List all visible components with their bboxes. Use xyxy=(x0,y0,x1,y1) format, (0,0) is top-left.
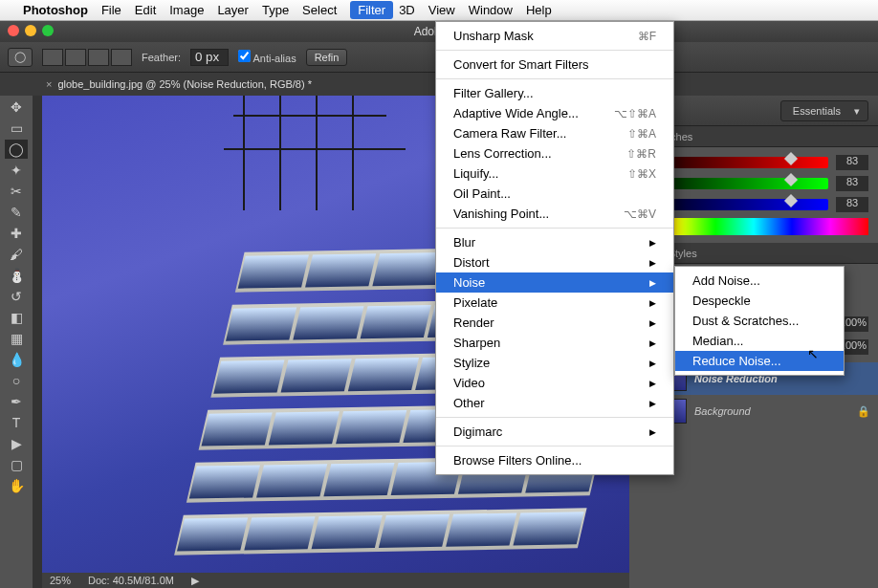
mouse-cursor-icon: ↖ xyxy=(807,346,819,361)
menu-item-digimarc[interactable]: Digimarc xyxy=(436,422,673,442)
zoom-level[interactable]: 25% xyxy=(50,575,71,586)
lock-icon[interactable]: 🔒 xyxy=(857,405,870,418)
selection-new-icon[interactable] xyxy=(42,49,63,66)
brush-tool-icon[interactable]: 🖌 xyxy=(5,245,28,264)
menu-item-render[interactable]: Render xyxy=(436,313,673,333)
path-selection-tool-icon[interactable]: ▶ xyxy=(5,434,28,453)
menu-3d[interactable]: 3D xyxy=(399,3,415,17)
menu-item-pixelate[interactable]: Pixelate xyxy=(436,293,673,313)
macos-menubar: Photoshop File Edit Image Layer Type Sel… xyxy=(0,0,878,21)
document-tab[interactable]: globe_building.jpg @ 25% (Noise Reductio… xyxy=(57,78,312,90)
menu-select[interactable]: Select xyxy=(302,3,337,17)
submenu-dust-scratches[interactable]: Dust & Scratches... xyxy=(675,311,844,331)
statusbar-arrow-icon[interactable]: ▶ xyxy=(191,575,199,587)
selection-add-icon[interactable] xyxy=(65,49,86,66)
blue-value[interactable]: 83 xyxy=(836,197,868,212)
red-value[interactable]: 83 xyxy=(836,155,868,170)
selection-intersect-icon[interactable] xyxy=(111,49,132,66)
zoom-icon[interactable] xyxy=(42,25,54,36)
menu-filter[interactable]: Filter xyxy=(350,1,393,19)
menu-item-filter-gallery[interactable]: Filter Gallery... xyxy=(436,83,673,103)
menu-view[interactable]: View xyxy=(428,3,455,17)
menu-item-stylize[interactable]: Stylize xyxy=(436,353,673,373)
menu-image[interactable]: Image xyxy=(169,3,204,17)
menu-edit[interactable]: Edit xyxy=(135,3,156,17)
refine-edge-button[interactable]: Refin xyxy=(306,49,348,66)
history-brush-tool-icon[interactable]: ↺ xyxy=(5,287,28,306)
eraser-tool-icon[interactable]: ◧ xyxy=(5,308,28,327)
menu-item-convert-smart[interactable]: Convert for Smart Filters xyxy=(436,54,673,75)
workspace-dropdown[interactable]: Essentials xyxy=(780,100,868,121)
menu-item-browse-filters[interactable]: Browse Filters Online... xyxy=(436,450,673,470)
rectangle-tool-icon[interactable]: ▢ xyxy=(5,455,28,474)
hand-tool-icon[interactable]: ✋ xyxy=(5,476,28,495)
menu-item-distort[interactable]: Distort xyxy=(436,252,673,272)
selection-subtract-icon[interactable] xyxy=(88,49,109,66)
type-tool-icon[interactable]: T xyxy=(5,413,28,432)
menu-item-camera-raw[interactable]: Camera Raw Filter...⇧⌘A xyxy=(436,123,673,143)
minimize-icon[interactable] xyxy=(25,25,36,36)
filter-menu: Unsharp Mask⌘F Convert for Smart Filters… xyxy=(435,21,674,475)
dodge-tool-icon[interactable]: ○ xyxy=(5,371,28,390)
blur-tool-icon[interactable]: 💧 xyxy=(5,350,28,369)
document-tab-close-icon[interactable]: × xyxy=(46,78,52,90)
layer-name[interactable]: Background xyxy=(694,405,751,417)
magic-wand-tool-icon[interactable]: ✦ xyxy=(5,161,28,180)
menu-item-noise[interactable]: Noise xyxy=(436,272,673,293)
traffic-lights xyxy=(8,25,54,36)
menu-item-sharpen[interactable]: Sharpen xyxy=(436,333,673,353)
doc-size: Doc: 40.5M/81.0M xyxy=(88,575,174,586)
menu-window[interactable]: Window xyxy=(469,3,513,17)
menu-item-liquify[interactable]: Liquify...⇧⌘X xyxy=(436,163,673,184)
menu-item-video[interactable]: Video xyxy=(436,373,673,393)
submenu-add-noise[interactable]: Add Noise... xyxy=(675,271,844,291)
healing-brush-tool-icon[interactable]: ✚ xyxy=(5,224,28,243)
menu-item-oil-paint[interactable]: Oil Paint... xyxy=(436,184,673,204)
move-tool-icon[interactable]: ✥ xyxy=(5,98,28,117)
toolbox: ✥ ▭ ◯ ✦ ✂ ✎ ✚ 🖌 ⛄ ↺ ◧ ▦ 💧 ○ ✒ T ▶ ▢ ✋ xyxy=(0,96,33,588)
menu-type[interactable]: Type xyxy=(262,3,289,17)
menu-item-vanishing-point[interactable]: Vanishing Point...⌥⌘V xyxy=(436,204,673,224)
menu-file[interactable]: File xyxy=(101,3,121,17)
clone-stamp-tool-icon[interactable]: ⛄ xyxy=(5,266,28,285)
menu-item-adaptive-wide-angle[interactable]: Adaptive Wide Angle...⌥⇧⌘A xyxy=(436,103,673,123)
pen-tool-icon[interactable]: ✒ xyxy=(5,392,28,411)
noise-submenu: Add Noise... Despeckle Dust & Scratches.… xyxy=(674,266,845,376)
app-name[interactable]: Photoshop xyxy=(23,3,88,17)
feather-input[interactable] xyxy=(190,49,229,66)
menu-item-blur[interactable]: Blur xyxy=(436,232,673,252)
marquee-tool-icon[interactable]: ▭ xyxy=(5,119,28,138)
antialias-checkbox[interactable]: Anti-alias xyxy=(238,50,296,64)
menu-layer[interactable]: Layer xyxy=(217,3,249,17)
submenu-despeckle[interactable]: Despeckle xyxy=(675,291,844,311)
menu-item-other[interactable]: Other xyxy=(436,393,673,413)
feather-label: Feather: xyxy=(142,52,181,63)
eyedropper-tool-icon[interactable]: ✎ xyxy=(5,203,28,222)
menu-item-last-filter[interactable]: Unsharp Mask⌘F xyxy=(436,26,673,46)
canvas-statusbar: 25% Doc: 40.5M/81.0M ▶ xyxy=(42,573,629,588)
menu-item-lens-correction[interactable]: Lens Correction...⇧⌘R xyxy=(436,143,673,163)
green-value[interactable]: 83 xyxy=(836,176,868,191)
lasso-tool-preset-icon[interactable]: ◯ xyxy=(8,48,33,67)
menu-help[interactable]: Help xyxy=(526,3,552,17)
close-icon[interactable] xyxy=(8,25,19,36)
crop-tool-icon[interactable]: ✂ xyxy=(5,182,28,201)
lasso-tool-icon[interactable]: ◯ xyxy=(5,140,28,159)
gradient-tool-icon[interactable]: ▦ xyxy=(5,329,28,348)
